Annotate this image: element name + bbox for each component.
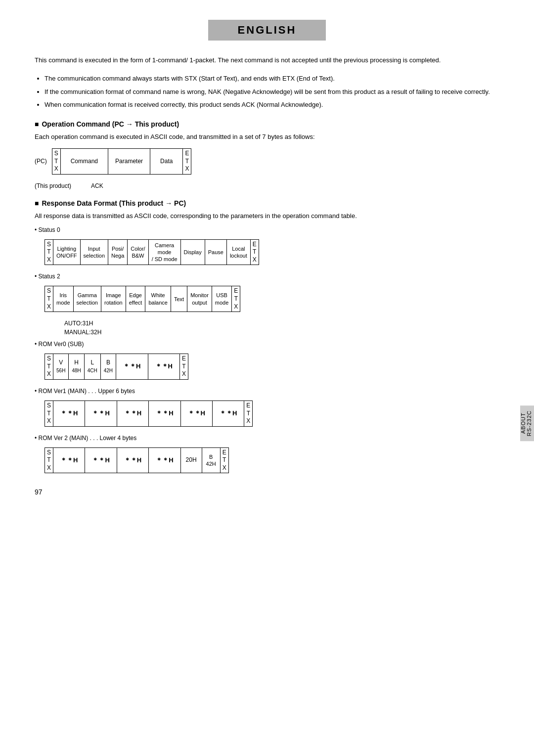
status0-table-wrapper: STX LightingON/OFF Inputselection Posi/N… (35, 239, 499, 266)
rom-ver2-table-wrapper: STX ＊＊H ＊＊H ＊＊H ＊＊H 20H B42H ETX (35, 447, 499, 474)
s0-display: Display (180, 239, 205, 265)
rv0-etx: ETX (179, 354, 188, 380)
status0-table: STX LightingON/OFF Inputselection Posi/N… (44, 239, 259, 266)
rv2-20h: 20H (180, 447, 202, 473)
rom-ver1-table-wrapper: STX ＊＊H ＊＊H ＊＊H ＊＊H ＊＊H ＊＊H ETX (35, 400, 499, 427)
s2-edge: Edgeeffect (126, 286, 145, 312)
rv1-c1: ＊＊H (53, 400, 85, 426)
section1-desc: Each operation command is executed in AS… (35, 132, 499, 142)
rv2-b42h: B42H (202, 447, 220, 473)
rv1-c6: ＊＊H (212, 400, 244, 426)
s0-lighting: LightingON/OFF (53, 239, 81, 265)
rom-ver0-table-wrapper: STX V56H H48H L4CH B42H ＊＊H ＊＊H ETX (35, 354, 499, 380)
status2-table: STX Irismode Gammaselection Imagerotatio… (44, 286, 240, 312)
rv0-star1: ＊＊H (116, 354, 148, 380)
s2-image: Imagerotation (101, 286, 126, 312)
rv2-stx: STX (45, 447, 53, 473)
data-cell: Data (150, 148, 183, 174)
s2-etx: ETX (232, 286, 240, 312)
section1-table-wrapper: (PC) STX Command Parameter Data ETX (35, 148, 499, 175)
rv0-l: L4CH (84, 354, 100, 380)
side-tab-line2: RS-232C (526, 410, 532, 436)
parameter-cell: Parameter (108, 148, 150, 174)
rv2-etx: ETX (220, 447, 228, 473)
bullet-1: The communication command always starts … (44, 74, 499, 84)
rv1-stx: STX (45, 400, 53, 426)
rv0-v: V56H (53, 354, 69, 380)
status2-label: • Status 2 (35, 273, 499, 280)
ack-row: (This product) ACK (35, 182, 499, 189)
page-number: 97 (35, 488, 43, 496)
rv1-c2: ＊＊H (85, 400, 117, 426)
bullet-2: If the communication format of command n… (44, 87, 499, 97)
s2-usb: USBmode (212, 286, 232, 312)
section1-heading: Operation Command (PC → This product) (35, 120, 499, 128)
s2-stx: STX (45, 286, 53, 312)
ack-value: ACK (91, 182, 103, 189)
s0-camera: Cameramode/ SD mode (148, 239, 180, 265)
s0-pause: Pause (205, 239, 226, 265)
rom-ver1-label: • ROM Ver1 (MAIN) . . . Upper 6 bytes (35, 388, 499, 395)
rom-ver2-label: • ROM Ver 2 (MAIN) . . . Lower 4 bytes (35, 435, 499, 442)
page-container: ABOUT RS-232C ENGLISH This command is ex… (0, 0, 534, 511)
intro-paragraph: This command is executed in the form of … (35, 55, 499, 66)
rv0-b: B42H (100, 354, 116, 380)
s0-local: Locallockout (226, 239, 250, 265)
status2-table-wrapper: STX Irismode Gammaselection Imagerotatio… (35, 286, 499, 312)
bullet-3: When communication format is received co… (44, 100, 499, 110)
side-tab-line1: ABOUT (520, 413, 526, 434)
rv0-h: H48H (69, 354, 84, 380)
header: ENGLISH (35, 20, 499, 41)
rv0-stx: STX (45, 354, 53, 380)
s0-stx: STX (45, 239, 53, 265)
rv0-star2: ＊＊H (148, 354, 179, 380)
rv1-c3: ＊＊H (117, 400, 148, 426)
s0-input: Inputselection (80, 239, 108, 265)
rom-ver2-table: STX ＊＊H ＊＊H ＊＊H ＊＊H 20H B42H ETX (44, 447, 229, 474)
rom-ver1-table: STX ＊＊H ＊＊H ＊＊H ＊＊H ＊＊H ＊＊H ETX (44, 400, 253, 427)
etx-cell: ETX (183, 148, 191, 174)
this-product-label: (This product) (35, 182, 71, 189)
rv2-c2: ＊＊H (85, 447, 117, 473)
manual-note: MANUAL:32H (64, 329, 499, 336)
operation-command-table: STX Command Parameter Data ETX (52, 148, 192, 175)
stx-cell: STX (52, 148, 60, 174)
rv2-c4: ＊＊H (149, 447, 180, 473)
s2-gamma: Gammaselection (73, 286, 101, 312)
s0-posi: Posi/Nega (108, 239, 128, 265)
rv1-c5: ＊＊H (180, 400, 212, 426)
s2-white: Whitebalance (145, 286, 171, 312)
rv1-c4: ＊＊H (149, 400, 180, 426)
pc-label: (PC) (35, 158, 47, 165)
s2-monitor: Monitoroutput (187, 286, 212, 312)
section2-heading: Response Data Format (This product → PC) (35, 199, 499, 207)
page-title: ENGLISH (208, 20, 326, 41)
rv1-etx: ETX (244, 400, 253, 426)
s2-text: Text (171, 286, 187, 312)
rom-ver0-label: • ROM Ver0 (SUB) (35, 341, 499, 348)
side-tab: ABOUT RS-232C (520, 405, 534, 441)
rv2-c3: ＊＊H (117, 447, 148, 473)
command-cell: Command (60, 148, 108, 174)
auto-note: AUTO:31H (64, 320, 499, 327)
status0-label: • Status 0 (35, 226, 499, 233)
s0-color: Color/B&W (128, 239, 148, 265)
section2-desc: All response data is transmitted as ASCI… (35, 211, 499, 222)
s2-iris: Irismode (53, 286, 74, 312)
rv2-c1: ＊＊H (53, 447, 85, 473)
intro-bullets: The communication command always starts … (44, 74, 499, 110)
rom-ver0-table: STX V56H H48H L4CH B42H ＊＊H ＊＊H ETX (44, 354, 188, 380)
s0-etx: ETX (250, 239, 259, 265)
